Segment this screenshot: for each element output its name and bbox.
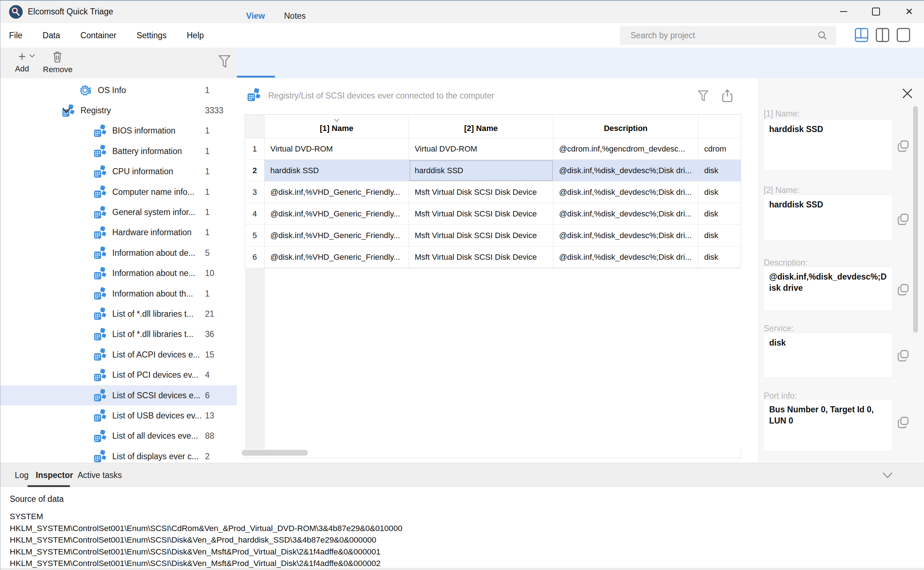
table-cell[interactable]: @disk.inf,%disk_devdesc%;Disk dri... (553, 203, 698, 225)
tree-item-list-of-usb-devices-ev[interactable]: List of USB devices ev... 13 (0, 406, 237, 426)
table-row[interactable]: 5@disk.inf,%VHD_Generic_Friendly...Msft … (245, 225, 741, 247)
add-button[interactable]: + Add (8, 51, 36, 77)
tree-item-hardware-information[interactable]: Hardware information 1 (0, 222, 237, 243)
tree-item-list-of-acpi-devices-e[interactable]: List of ACPI devices e... 15 (0, 345, 237, 365)
tree-filter-icon[interactable] (218, 54, 231, 70)
table-cell[interactable]: harddisk SSD (409, 160, 553, 181)
tree-item-computer-name-info[interactable]: Computer name info... 1 (0, 182, 237, 202)
copy-button[interactable] (896, 415, 910, 429)
field-value[interactable]: harddisk SSD (763, 119, 893, 171)
tree-item-bios-information[interactable]: BIOS information 1 (0, 121, 237, 141)
table-cell[interactable]: disk (698, 181, 741, 203)
maximize-button[interactable] (864, 1, 887, 22)
tree-item-list-of-dll-libraries-t[interactable]: List of *.dll libraries t... 21 (0, 304, 237, 324)
copy-button[interactable] (896, 349, 910, 363)
menu-item-data[interactable]: Data (40, 29, 63, 42)
table-cell[interactable]: @disk.inf,%VHD_Generic_Friendly... (265, 247, 409, 268)
table-header-2-name[interactable]: [2] Name (409, 115, 553, 138)
project-search[interactable] (620, 26, 836, 45)
table-header-1-name[interactable]: [1] Name (265, 115, 409, 138)
table-row[interactable]: 3@disk.inf,%VHD_Generic_Friendly...Msft … (245, 181, 741, 203)
table-cell[interactable]: @disk.inf,%VHD_Generic_Friendly... (265, 203, 409, 225)
table-header-extra[interactable] (698, 115, 741, 138)
tree-item-registry[interactable]: Registry 3333 (0, 100, 237, 121)
table-cell[interactable]: @disk.inf,%VHD_Generic_Friendly... (265, 225, 409, 247)
table-cell[interactable]: Virtual DVD-ROM (409, 138, 553, 160)
tree-item-os-info[interactable]: OS Info 1 (0, 80, 237, 100)
tree-item-battery-information[interactable]: Battery information 1 (0, 141, 237, 161)
table-cell[interactable]: @cdrom.inf,%gencdrom_devdesc... (553, 138, 698, 160)
copy-button[interactable] (896, 213, 910, 226)
table-cell[interactable]: disk (698, 225, 741, 247)
menu-item-file[interactable]: File (7, 29, 25, 42)
layout-split-vertical-icon[interactable] (875, 28, 890, 43)
collapse-panel-chevron-icon[interactable] (881, 470, 894, 480)
table-cell[interactable]: disk (698, 247, 741, 268)
tree-item-general-system-infor[interactable]: General system infor... 1 (0, 202, 237, 222)
tab-view[interactable]: View (246, 1, 265, 31)
copy-icon[interactable] (896, 349, 910, 363)
tab-active-tasks[interactable]: Active tasks (78, 463, 122, 487)
copy-icon[interactable] (896, 283, 910, 297)
tree-item-information-about-th[interactable]: Information about th... 1 (0, 283, 237, 304)
search-input[interactable] (630, 30, 817, 41)
add-dropdown-chevron-icon[interactable] (29, 54, 36, 58)
table-cell[interactable]: @disk.inf,%disk_devdesc%;Disk dri... (553, 160, 698, 181)
table-row[interactable]: 1Virtual DVD-ROMVirtual DVD-ROM@cdrom.in… (245, 138, 741, 160)
tab-log[interactable]: Log (15, 463, 29, 487)
table-cell[interactable]: Msft Virtual Disk SCSI Disk Device (409, 225, 553, 247)
table-cell[interactable]: @disk.inf,%disk_devdesc%;Disk dri... (553, 247, 698, 268)
tree-item-list-of-pci-devices-ev[interactable]: List of PCI devices ev... 4 (0, 365, 237, 385)
table-cell[interactable]: Virtual DVD-ROM (265, 138, 409, 160)
panel-vertical-scrollbar[interactable] (913, 106, 918, 332)
copy-icon[interactable] (896, 213, 910, 226)
minimize-button[interactable] (832, 1, 855, 22)
menu-item-container[interactable]: Container (78, 29, 119, 42)
table-cell[interactable]: disk (698, 203, 741, 225)
table-cell[interactable]: @disk.inf,%VHD_Generic_Friendly... (265, 181, 409, 203)
close-button[interactable]: ✕ (898, 1, 921, 22)
table-row[interactable]: 6@disk.inf,%VHD_Generic_Friendly...Msft … (245, 247, 741, 268)
export-icon[interactable] (720, 89, 734, 103)
field-value[interactable]: Bus Number 0, Target Id 0, LUN 0 (763, 399, 893, 452)
tree-item-list-of-all-devices-eve[interactable]: List of all devices eve... 88 (0, 426, 237, 446)
menu-item-help[interactable]: Help (185, 29, 206, 42)
table-cell[interactable]: Msft Virtual Disk SCSI Disk Device (409, 247, 553, 268)
table-row[interactable]: 2harddisk SSDharddisk SSD@disk.inf,%disk… (245, 160, 741, 181)
remove-button[interactable]: Remove (43, 51, 72, 77)
os-info-gear-icon (79, 84, 92, 97)
tab-notes[interactable]: Notes (284, 1, 306, 31)
field-value[interactable]: @disk.inf,%disk_devdesc%;Disk drive (763, 267, 893, 311)
tab-inspector[interactable]: Inspector (36, 463, 73, 487)
field-value[interactable]: harddisk SSD (763, 195, 893, 241)
table-row[interactable]: 4@disk.inf,%VHD_Generic_Friendly...Msft … (245, 203, 741, 225)
table-filter-icon[interactable] (697, 89, 709, 103)
tree-item-cpu-information[interactable]: CPU information 1 (0, 162, 237, 182)
tree-item-information-about-de[interactable]: Information about de... 5 (0, 243, 237, 263)
copy-button[interactable] (896, 139, 910, 153)
table-cell[interactable]: disk (698, 160, 741, 181)
table-cell[interactable]: @disk.inf,%disk_devdesc%;Disk dri... (553, 225, 698, 247)
table-header-description[interactable]: Description (553, 115, 698, 138)
tree-item-information-about-ne[interactable]: Information about ne... 10 (0, 264, 237, 283)
table-horizontal-scrollbar[interactable] (241, 449, 741, 457)
copy-icon[interactable] (896, 415, 910, 429)
tree-item-list-of-dll-libraries-t[interactable]: List of *.dll libraries t... 36 (0, 324, 237, 345)
menu-item-settings[interactable]: Settings (134, 29, 169, 42)
copy-icon[interactable] (896, 139, 910, 153)
row-number: 6 (245, 247, 265, 268)
table-cell[interactable]: cdrom (698, 138, 741, 160)
table-cell[interactable]: @disk.inf,%disk_devdesc%;Disk dri... (553, 181, 698, 203)
table-cell[interactable]: harddisk SSD (265, 160, 409, 181)
tree-expander-icon[interactable] (61, 106, 73, 115)
table-header-gutter (245, 115, 265, 138)
table-cell[interactable]: Msft Virtual Disk SCSI Disk Device (409, 203, 553, 225)
layout-split-bottom-icon[interactable] (854, 28, 869, 43)
layout-single-icon[interactable] (896, 28, 911, 43)
panel-close-icon[interactable] (901, 87, 913, 100)
table-cell[interactable]: Msft Virtual Disk SCSI Disk Device (409, 181, 553, 203)
hscroll-thumb[interactable] (241, 450, 308, 456)
copy-button[interactable] (896, 283, 910, 297)
field-value[interactable]: disk (763, 332, 893, 378)
tree-item-list-of-scsi-devices-e[interactable]: List of SCSI devices e... 6 (0, 385, 237, 406)
